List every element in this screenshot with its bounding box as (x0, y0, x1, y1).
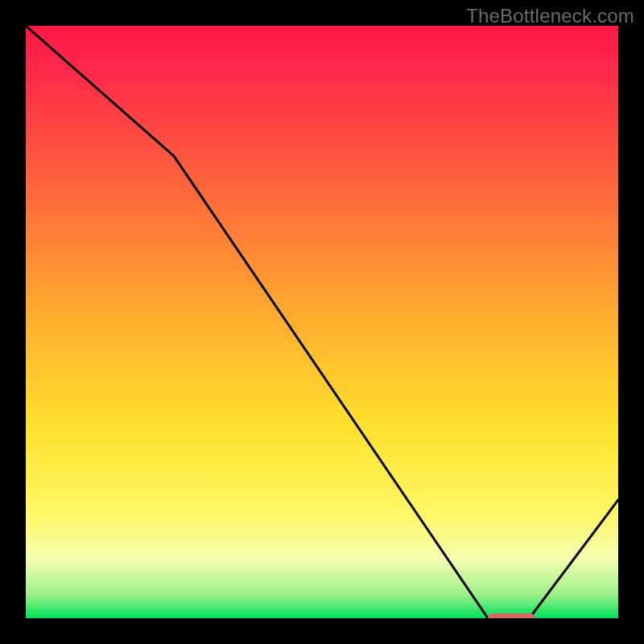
optimal-range-marker (488, 613, 535, 618)
bottleneck-curve (26, 26, 618, 618)
watermark-text: TheBottleneck.com (466, 5, 634, 27)
plot-area (26, 26, 618, 618)
chart-container: TheBottleneck.com (0, 0, 644, 644)
